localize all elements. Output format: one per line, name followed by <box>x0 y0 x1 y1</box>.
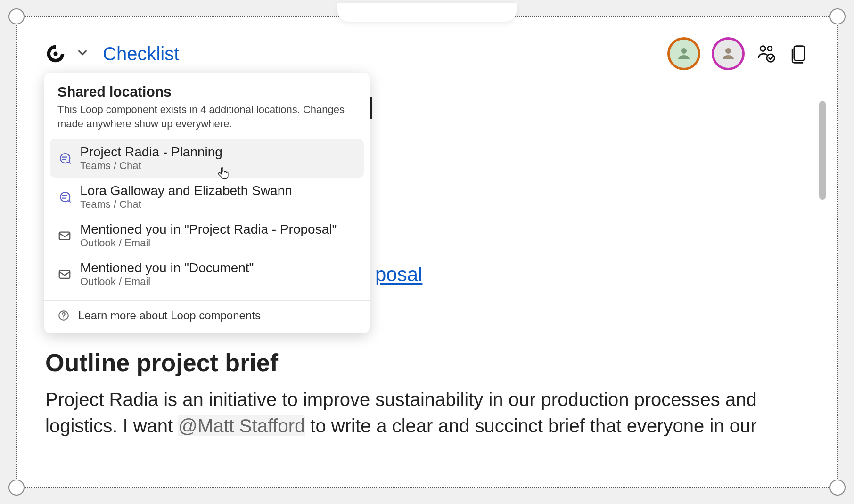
svg-point-3 <box>760 46 765 51</box>
location-item-lora-elizabeth[interactable]: Lora Galloway and Elizabeth Swann Teams … <box>50 178 364 216</box>
component-header: Checklist <box>45 40 809 68</box>
share-people-icon[interactable] <box>756 43 777 64</box>
presence-avatar-1[interactable] <box>667 37 700 70</box>
top-pill <box>337 3 517 22</box>
doc-link-fragment[interactable]: posal <box>375 263 422 286</box>
presence-avatar-2[interactable] <box>712 37 745 70</box>
location-item-subtitle: Teams / Chat <box>80 198 292 211</box>
dropdown-list: Project Radia - Planning Teams / Chat Lo… <box>44 137 370 293</box>
location-item-project-radia-planning[interactable]: Project Radia - Planning Teams / Chat <box>50 139 364 178</box>
svg-point-10 <box>63 318 64 319</box>
teams-chat-icon <box>57 190 72 204</box>
location-item-title: Lora Galloway and Elizabeth Swann <box>80 183 292 198</box>
location-item-subtitle: Teams / Chat <box>80 160 222 172</box>
teams-chat-icon <box>57 151 72 165</box>
location-item-mention-document[interactable]: Mentioned you in "Document" Outlook / Em… <box>50 255 364 293</box>
outlook-mail-icon <box>57 228 72 243</box>
svg-rect-7 <box>59 232 70 240</box>
loop-icon[interactable] <box>45 43 66 64</box>
dropdown-footer-text: Learn more about Loop components <box>78 309 261 322</box>
svg-point-4 <box>768 46 772 50</box>
svg-rect-6 <box>794 46 805 61</box>
location-item-title: Project Radia - Planning <box>80 145 222 160</box>
chevron-down-icon[interactable] <box>75 46 90 62</box>
dropdown-learn-more[interactable]: Learn more about Loop components <box>44 301 370 333</box>
help-icon <box>57 309 70 322</box>
resize-handle-top-left[interactable] <box>8 8 25 24</box>
location-item-title: Mentioned you in "Document" <box>80 260 254 276</box>
scrollbar-thumb[interactable] <box>819 101 826 200</box>
outlook-mail-icon <box>57 267 72 281</box>
shared-locations-dropdown: Shared locations This Loop component exi… <box>44 73 370 333</box>
svg-rect-8 <box>59 271 70 278</box>
resize-handle-top-right[interactable] <box>829 8 846 24</box>
location-item-mention-proposal[interactable]: Mentioned you in "Project Radia - Propos… <box>50 216 364 255</box>
resize-handle-bottom-right[interactable] <box>829 480 846 496</box>
dropdown-subtitle: This Loop component exists in 4 addition… <box>44 103 370 137</box>
dropdown-title: Shared locations <box>44 84 370 103</box>
location-item-subtitle: Outlook / Email <box>80 237 337 249</box>
copy-icon[interactable] <box>788 43 809 64</box>
location-item-title: Mentioned you in "Project Radia - Propos… <box>80 222 337 237</box>
location-item-subtitle: Outlook / Email <box>80 276 254 288</box>
section-heading-outline: Outline project brief <box>45 349 809 377</box>
component-title[interactable]: Checklist <box>103 43 179 65</box>
resize-handle-bottom-left[interactable] <box>8 480 25 496</box>
svg-point-1 <box>681 48 687 54</box>
svg-point-2 <box>725 48 731 54</box>
mention-matt-stafford[interactable]: @Matt Stafford <box>178 415 305 436</box>
paragraph-outline[interactable]: Project Radia is an initiative to improv… <box>45 386 809 439</box>
body-text-after: to write a clear and succinct brief that… <box>305 415 756 436</box>
svg-point-0 <box>53 51 57 56</box>
loop-component-frame: Checklist <box>16 16 838 488</box>
